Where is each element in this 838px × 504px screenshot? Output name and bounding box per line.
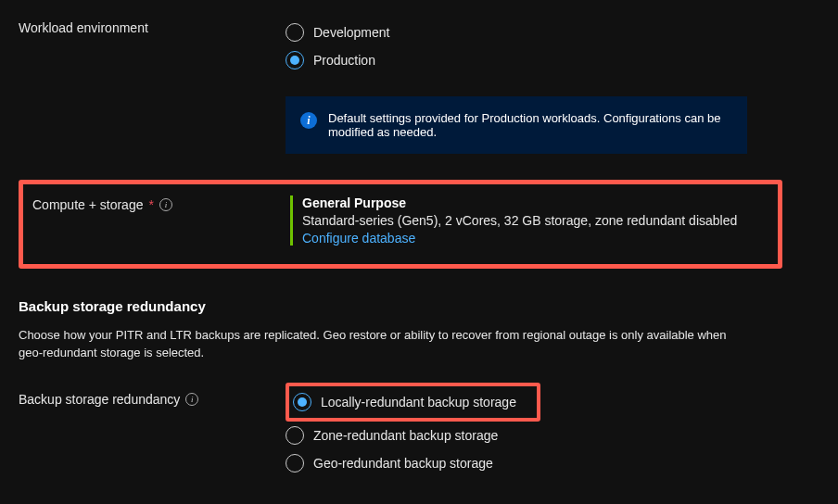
info-icon[interactable]: i [185, 393, 198, 406]
backup-label: Backup storage redundancy i [19, 383, 286, 407]
backup-local-label: Locally-redundant backup storage [321, 395, 516, 410]
compute-content: General Purpose Standard-series (Gen5), … [290, 195, 768, 246]
workload-development-label: Development [313, 25, 390, 40]
compute-block: General Purpose Standard-series (Gen5), … [290, 195, 741, 246]
required-asterisk: * [148, 197, 153, 212]
radio-dot-icon [298, 397, 307, 407]
info-icon: i [300, 112, 317, 129]
compute-tier-title: General Purpose [302, 195, 741, 210]
backup-label-text: Backup storage redundancy [19, 392, 180, 407]
radio-circle-icon [286, 23, 304, 42]
backup-local-highlight: Locally-redundant backup storage [286, 383, 540, 422]
compute-label-text: Compute + storage [32, 197, 143, 212]
workload-production-label: Production [313, 53, 375, 68]
backup-section-title: Backup storage redundancy [19, 298, 838, 314]
radio-circle-icon [286, 51, 304, 69]
workload-label: Workload environment [19, 19, 286, 35]
workload-production-radio[interactable]: Production [286, 46, 810, 74]
configure-database-link[interactable]: Configure database [302, 231, 741, 246]
workload-info-banner: i Default settings provided for Producti… [286, 96, 747, 154]
radio-dot-icon [290, 56, 299, 65]
compute-storage-highlight: Compute + storage * i General Purpose St… [19, 180, 782, 269]
radio-circle-icon [286, 454, 304, 472]
backup-geo-radio[interactable]: Geo-redundant backup storage [286, 449, 838, 477]
workload-environment-row: Workload environment Development Product… [19, 19, 838, 154]
backup-zone-radio[interactable]: Zone-redundant backup storage [286, 422, 838, 449]
backup-geo-label: Geo-redundant backup storage [313, 456, 493, 471]
banner-text: Default settings provided for Production… [328, 111, 732, 139]
backup-options: Locally-redundant backup storage Zone-re… [286, 383, 838, 477]
workload-label-text: Workload environment [19, 20, 148, 35]
backup-description: Choose how your PITR and LTR backups are… [19, 327, 742, 362]
radio-circle-icon [293, 393, 311, 411]
workload-options: Development Production i Default setting… [286, 19, 838, 154]
backup-zone-label: Zone-redundant backup storage [313, 428, 498, 443]
compute-storage-row: Compute + storage * i General Purpose St… [23, 195, 768, 246]
compute-label: Compute + storage * i [23, 195, 290, 212]
backup-local-radio[interactable]: Locally-redundant backup storage [293, 388, 516, 416]
compute-detail: Standard-series (Gen5), 2 vCores, 32 GB … [302, 213, 741, 228]
info-icon[interactable]: i [159, 198, 172, 211]
workload-development-radio[interactable]: Development [286, 19, 810, 46]
radio-circle-icon [286, 426, 304, 445]
backup-redundancy-row: Backup storage redundancy i Locally-redu… [19, 383, 838, 477]
